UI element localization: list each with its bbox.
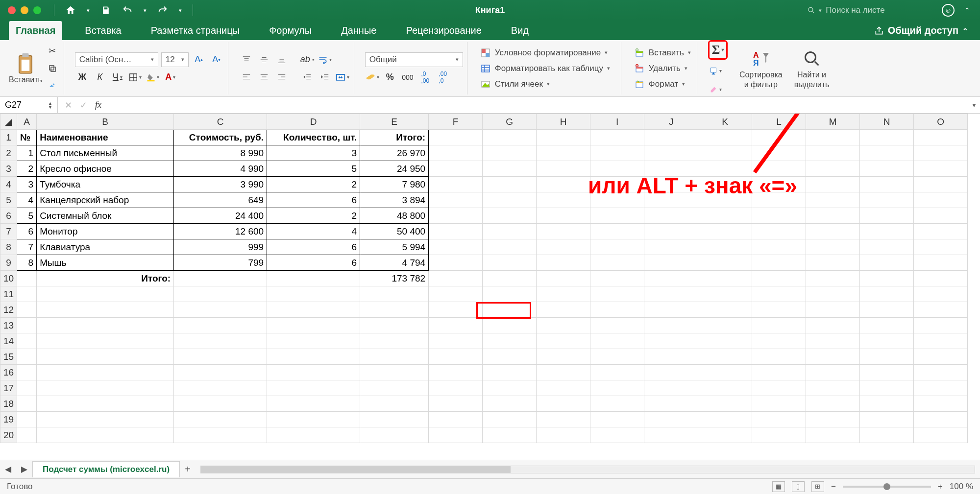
cell[interactable] bbox=[860, 192, 914, 208]
cell[interactable] bbox=[590, 380, 644, 396]
cell[interactable] bbox=[429, 365, 483, 380]
cell[interactable]: 5 994 bbox=[360, 239, 429, 255]
sheet-search[interactable]: ▾ bbox=[805, 4, 932, 16]
feedback-icon[interactable]: ☺ bbox=[942, 4, 955, 17]
cell[interactable] bbox=[860, 349, 914, 365]
cell[interactable] bbox=[698, 302, 752, 318]
cell[interactable]: Клавиатура bbox=[37, 239, 174, 255]
add-sheet-button[interactable]: + bbox=[180, 464, 196, 475]
row-header[interactable]: 18 bbox=[0, 396, 17, 412]
cell[interactable]: 4 bbox=[17, 192, 37, 208]
cell[interactable] bbox=[429, 224, 483, 239]
cell[interactable] bbox=[429, 412, 483, 427]
cell[interactable] bbox=[429, 349, 483, 365]
share-button[interactable]: Общий доступ ⌃ bbox=[871, 21, 971, 40]
row-header[interactable]: 7 bbox=[0, 224, 17, 239]
row-header[interactable]: 20 bbox=[0, 427, 17, 443]
borders-button[interactable] bbox=[128, 70, 143, 85]
cell[interactable] bbox=[644, 130, 698, 145]
font-size-dropdown[interactable]: 12▾ bbox=[161, 52, 189, 67]
cell[interactable]: 173 782 bbox=[360, 271, 429, 286]
cell[interactable] bbox=[267, 318, 360, 333]
cell[interactable] bbox=[860, 396, 914, 412]
cell[interactable] bbox=[483, 130, 537, 145]
cell[interactable] bbox=[429, 396, 483, 412]
cell[interactable]: 1 bbox=[17, 145, 37, 161]
cell[interactable] bbox=[698, 145, 752, 161]
cell[interactable]: 4 bbox=[267, 224, 360, 239]
cell[interactable] bbox=[17, 318, 37, 333]
cell[interactable] bbox=[644, 333, 698, 349]
col-header[interactable]: O bbox=[914, 114, 968, 130]
cell[interactable]: 8 bbox=[17, 255, 37, 271]
currency-button[interactable] bbox=[365, 70, 380, 85]
save-icon[interactable] bbox=[100, 5, 111, 16]
cell[interactable]: 649 bbox=[174, 192, 267, 208]
col-header[interactable]: B bbox=[37, 114, 174, 130]
cell[interactable] bbox=[537, 161, 590, 177]
cell[interactable]: 3 bbox=[17, 177, 37, 192]
col-header[interactable]: I bbox=[590, 114, 644, 130]
cell[interactable] bbox=[537, 365, 590, 380]
cell[interactable] bbox=[752, 365, 806, 380]
cell[interactable] bbox=[752, 427, 806, 443]
cell[interactable] bbox=[483, 380, 537, 396]
fill-button[interactable] bbox=[708, 64, 723, 78]
cell[interactable] bbox=[37, 380, 174, 396]
cell[interactable] bbox=[914, 161, 968, 177]
cell[interactable] bbox=[537, 349, 590, 365]
cell[interactable] bbox=[752, 130, 806, 145]
cell[interactable] bbox=[360, 396, 429, 412]
autosum-button[interactable]: Σ bbox=[708, 40, 728, 60]
cell[interactable] bbox=[698, 208, 752, 224]
row-header[interactable]: 2 bbox=[0, 145, 17, 161]
cell[interactable]: Стоимость, руб. bbox=[174, 130, 267, 145]
cell[interactable] bbox=[483, 255, 537, 271]
col-header[interactable]: G bbox=[483, 114, 537, 130]
cell[interactable]: Стол письменный bbox=[37, 145, 174, 161]
row-header[interactable]: 4 bbox=[0, 177, 17, 192]
cell[interactable] bbox=[174, 427, 267, 443]
cell[interactable] bbox=[806, 380, 860, 396]
cell[interactable] bbox=[174, 396, 267, 412]
cell[interactable] bbox=[590, 427, 644, 443]
cell[interactable] bbox=[360, 427, 429, 443]
cell[interactable] bbox=[914, 396, 968, 412]
cell[interactable] bbox=[17, 333, 37, 349]
cell[interactable]: Мышь bbox=[37, 255, 174, 271]
cell[interactable] bbox=[752, 286, 806, 302]
cell[interactable] bbox=[267, 365, 360, 380]
cell[interactable] bbox=[806, 130, 860, 145]
tab-layout[interactable]: Разметка страницы bbox=[144, 21, 246, 40]
cell[interactable] bbox=[914, 255, 968, 271]
cell[interactable] bbox=[698, 396, 752, 412]
next-sheet-button[interactable]: ▶ bbox=[16, 464, 32, 474]
cell[interactable] bbox=[174, 302, 267, 318]
cell[interactable]: 48 800 bbox=[360, 208, 429, 224]
cell[interactable] bbox=[483, 177, 537, 192]
cell[interactable] bbox=[860, 380, 914, 396]
cell[interactable] bbox=[698, 130, 752, 145]
home-dropdown[interactable]: ▾ bbox=[87, 7, 90, 14]
cell[interactable] bbox=[483, 286, 537, 302]
cell[interactable]: 6 bbox=[267, 255, 360, 271]
cell[interactable] bbox=[806, 255, 860, 271]
cell[interactable] bbox=[429, 255, 483, 271]
row-header[interactable]: 16 bbox=[0, 365, 17, 380]
cell[interactable] bbox=[17, 286, 37, 302]
cell[interactable] bbox=[752, 412, 806, 427]
cell[interactable] bbox=[37, 427, 174, 443]
underline-button[interactable]: Ч bbox=[110, 70, 125, 85]
cell[interactable] bbox=[806, 271, 860, 286]
cell[interactable] bbox=[267, 380, 360, 396]
cell[interactable] bbox=[590, 302, 644, 318]
col-header[interactable]: N bbox=[860, 114, 914, 130]
cell[interactable] bbox=[644, 286, 698, 302]
cell[interactable] bbox=[752, 145, 806, 161]
tab-formulas[interactable]: Формулы bbox=[262, 21, 318, 40]
cell[interactable] bbox=[860, 130, 914, 145]
cell[interactable] bbox=[914, 349, 968, 365]
cell[interactable] bbox=[483, 302, 537, 318]
sheet-tab[interactable]: Подсчет суммы (microexcel.ru) bbox=[32, 461, 180, 477]
cell[interactable] bbox=[590, 365, 644, 380]
